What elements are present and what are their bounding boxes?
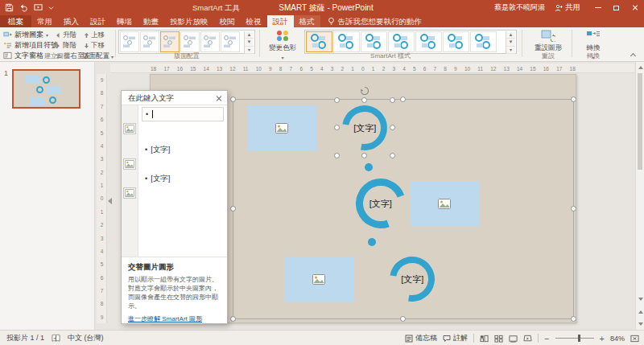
reading-view-icon[interactable] — [509, 335, 518, 343]
zoom-out-icon[interactable]: − — [544, 334, 549, 343]
picture-placeholder-1[interactable] — [247, 105, 316, 151]
move-up-button[interactable]: 上移 — [84, 31, 105, 40]
start-slideshow-icon[interactable] — [34, 3, 43, 12]
text-pane-row-1[interactable]: • — [142, 107, 224, 121]
resize-handle[interactable] — [334, 125, 340, 130]
language-indicator[interactable]: 中文 (台灣) — [68, 333, 104, 343]
scroll-up-icon[interactable] — [636, 63, 644, 72]
collapse-ribbon-icon[interactable] — [630, 52, 636, 58]
zoom-percentage[interactable]: 84% — [610, 335, 625, 343]
resize-handle[interactable] — [230, 316, 236, 322]
maximize-button[interactable] — [607, 0, 625, 15]
smartart-node-text[interactable]: [文字] — [401, 273, 423, 285]
resize-handle[interactable] — [334, 153, 340, 158]
picture-insert-button[interactable] — [123, 187, 136, 199]
text-pane-row-text[interactable]: [文字] — [151, 174, 170, 184]
gallery-scroll-down-icon[interactable]: ▼ — [245, 39, 254, 46]
layout-thumbnail[interactable] — [180, 31, 200, 52]
picture-insert-button[interactable] — [123, 158, 136, 170]
proofing-icon[interactable] — [52, 334, 60, 343]
add-shape-button[interactable]: 新增圖案▾ — [3, 30, 48, 39]
tab-file[interactable]: 檔案 — [0, 15, 31, 27]
resize-handle[interactable] — [334, 97, 340, 103]
style-thumbnail[interactable] — [470, 31, 497, 52]
customize-qat-icon[interactable] — [48, 5, 54, 10]
share-button[interactable]: 共用 — [555, 2, 580, 13]
learn-more-link[interactable]: 進一步瞭解 SmartArt 圖形 — [128, 314, 202, 323]
resize-handle[interactable] — [390, 153, 395, 158]
fit-to-window-icon[interactable] — [630, 335, 639, 343]
vertical-ruler[interactable]: 9876543210123456789 — [97, 74, 107, 323]
collapse-pane-arrow-icon[interactable] — [108, 198, 112, 204]
resize-handle[interactable] — [230, 97, 236, 102]
resize-handle[interactable] — [400, 97, 406, 102]
add-bullet-button[interactable]: 新增項目符號 — [3, 40, 58, 50]
zoom-slider[interactable] — [555, 338, 594, 339]
style-thumbnail[interactable] — [361, 31, 387, 52]
vertical-scrollbar[interactable] — [635, 62, 644, 330]
notes-button[interactable]: 備忘稿 — [405, 333, 437, 343]
undo-icon[interactable] — [19, 3, 28, 12]
text-pane-close-button[interactable] — [213, 93, 224, 104]
rotate-handle-icon[interactable] — [360, 84, 369, 99]
resize-handle[interactable] — [400, 316, 406, 322]
style-thumbnail[interactable] — [443, 31, 469, 52]
resize-handle[interactable] — [571, 97, 576, 102]
scrollbar-thumb[interactable] — [638, 73, 642, 170]
next-slide-icon[interactable] — [636, 319, 644, 328]
ribbon-tab[interactable]: 插入 — [58, 15, 85, 27]
previous-slide-icon[interactable] — [636, 307, 644, 316]
tab-smartart-design[interactable]: 設計 — [267, 15, 294, 27]
gallery-scroll-up-icon[interactable]: ▲ — [245, 31, 254, 39]
style-thumbnail[interactable] — [415, 31, 442, 52]
gallery-scroll-down-icon[interactable]: ▼ — [506, 39, 515, 46]
ribbon-tab[interactable]: 轉場 — [111, 15, 138, 27]
signed-in-user[interactable]: 蔡是敦不曉阿湯 — [494, 2, 545, 13]
close-button[interactable] — [625, 0, 644, 15]
layout-thumbnail[interactable] — [160, 31, 180, 52]
zoom-in-icon[interactable]: + — [600, 334, 605, 343]
text-pane-row-3[interactable]: • [文字] — [142, 171, 224, 186]
slide-thumbnail[interactable] — [12, 69, 80, 109]
comments-button[interactable]: 註解 — [443, 333, 468, 343]
promote-button[interactable]: 升階 — [55, 31, 76, 40]
ribbon-tab[interactable]: 投影片放映 — [164, 15, 214, 27]
tab-smartart-format[interactable]: 格式 — [294, 15, 320, 27]
horizontal-ruler[interactable]: 1817161514131211109876543210123456789101… — [110, 64, 634, 73]
reset-graphic-button[interactable]: 重設圖形 — [528, 29, 568, 53]
style-thumbnail[interactable] — [306, 31, 332, 52]
resize-handle[interactable] — [571, 316, 576, 322]
text-pane-row-text[interactable]: [文字] — [151, 145, 170, 155]
ribbon-tab[interactable]: 校閱 — [214, 15, 241, 27]
smartart-node-text[interactable]: [文字] — [369, 198, 392, 210]
ribbon-tab[interactable]: 檢視 — [241, 15, 267, 27]
demote-button[interactable]: 降階 — [55, 41, 76, 51]
ribbon-tab[interactable]: 設計 — [85, 15, 111, 27]
resize-handle[interactable] — [230, 206, 236, 212]
save-icon[interactable] — [5, 3, 14, 12]
picture-insert-button[interactable] — [123, 123, 136, 134]
picture-placeholder-2[interactable] — [410, 181, 479, 227]
move-down-button[interactable]: 下移 — [84, 41, 105, 51]
slideshow-view-icon[interactable] — [523, 335, 532, 343]
picture-placeholder-3[interactable] — [284, 257, 353, 302]
layout-thumbnail[interactable] — [120, 31, 139, 52]
slide-sorter-view-icon[interactable] — [494, 335, 503, 343]
minimize-button[interactable] — [588, 0, 607, 15]
resize-handle[interactable] — [361, 153, 367, 158]
slide-counter[interactable]: 投影片 1 / 1 — [6, 333, 44, 343]
resize-handle[interactable] — [571, 206, 576, 212]
style-thumbnail[interactable] — [388, 31, 415, 52]
layout-thumbnail[interactable] — [200, 31, 220, 52]
zoom-slider-handle[interactable] — [578, 335, 580, 342]
layout-thumbnail[interactable] — [140, 31, 159, 52]
ribbon-tab[interactable]: 動畫 — [138, 15, 164, 27]
gallery-scroll-up-icon[interactable]: ▲ — [506, 31, 515, 39]
resize-handle[interactable] — [390, 125, 395, 130]
style-thumbnail[interactable] — [333, 31, 360, 52]
layout-thumbnail[interactable] — [221, 31, 240, 52]
tell-me-box[interactable]: 告訴我您想要執行的動作 — [328, 15, 423, 27]
resize-handle[interactable] — [390, 97, 395, 103]
normal-view-icon[interactable] — [480, 335, 489, 343]
text-pane-row-2[interactable]: • [文字] — [142, 142, 224, 157]
